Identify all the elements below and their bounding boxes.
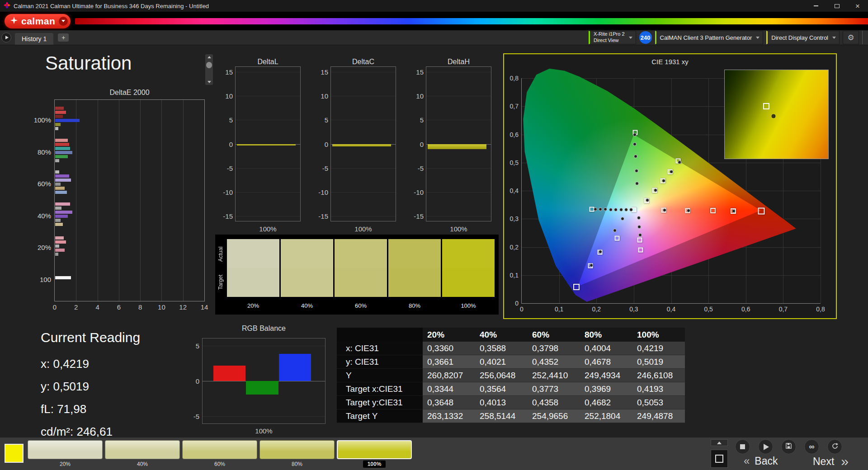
mini-gridline xyxy=(331,120,396,120)
cie-xtick: 0 xyxy=(520,306,524,313)
cie-measured-marker xyxy=(619,208,623,212)
pattern-swatch-100%[interactable]: 100% xyxy=(337,440,412,468)
mini-gridline xyxy=(236,120,300,120)
cie-ytick: 0,4 xyxy=(510,187,519,194)
table-cell: 252,4410 xyxy=(528,369,580,382)
swatch-label: 20% xyxy=(227,302,279,309)
minimize-button[interactable] xyxy=(806,0,826,12)
table-cell: 0,3564 xyxy=(475,382,528,396)
deltae-bar xyxy=(55,187,65,190)
deltae-group-label: 80% xyxy=(38,148,51,156)
cie-measured-marker xyxy=(629,208,633,212)
continuous-button[interactable] xyxy=(804,439,819,454)
swatch-color xyxy=(337,440,412,459)
scroll-down-button[interactable] xyxy=(205,79,213,85)
swatch-color xyxy=(182,440,257,459)
swatch-columns: 20%40%60%80%100% xyxy=(227,239,495,297)
next-label: Next xyxy=(813,456,834,468)
scroll-track[interactable] xyxy=(205,60,213,79)
measurement-table: 20%40%60%80%100%x: CIE310,33600,35880,37… xyxy=(337,328,685,423)
stop-button[interactable] xyxy=(735,439,750,454)
pattern-swatch-60%[interactable]: 60% xyxy=(182,440,257,468)
cie-measured-marker xyxy=(646,198,649,202)
back-label: Back xyxy=(755,455,778,467)
table-cell: 0,4219 xyxy=(632,342,685,355)
calman-logo-text: calman xyxy=(21,16,55,27)
swatch-color xyxy=(259,440,335,459)
history-nav-button[interactable] xyxy=(1,33,11,42)
reading-x: x: 0,4219 xyxy=(41,352,140,375)
cie-measured-marker xyxy=(662,179,665,183)
table-cell: 258,5144 xyxy=(475,409,528,423)
cie-measured-marker xyxy=(633,133,637,136)
cie-measured-marker xyxy=(654,188,657,192)
deltac-plot: 151050-5-10-15 xyxy=(330,66,396,221)
table-row-label: Target Y xyxy=(337,409,423,423)
tab-history-1[interactable]: History 1 xyxy=(15,33,53,45)
table-cell: 254,9656 xyxy=(528,409,580,423)
cie-measured-marker xyxy=(732,209,736,213)
calman-menu-button[interactable]: calman xyxy=(5,14,71,28)
cie-measured-marker xyxy=(614,208,618,212)
table-cell: 0,4004 xyxy=(580,342,632,355)
cie-inset-zoom xyxy=(724,70,829,159)
swatch-label: 40% xyxy=(281,302,333,309)
scroll-thumb[interactable] xyxy=(206,62,212,68)
rainbow-strip xyxy=(75,18,868,24)
maximize-icon xyxy=(835,4,840,8)
mini-gridline xyxy=(331,168,396,169)
play-icon xyxy=(5,36,9,39)
loop-button[interactable] xyxy=(827,439,842,454)
table-header-cell: 40% xyxy=(475,328,528,342)
table-cell: 0,4013 xyxy=(475,396,528,409)
deltae-bar xyxy=(55,107,64,110)
close-button[interactable] xyxy=(847,0,868,12)
cie-measured-marker xyxy=(634,155,637,158)
arrow-up-icon xyxy=(717,442,722,444)
play-button[interactable] xyxy=(758,439,773,454)
add-tab-button[interactable]: + xyxy=(58,33,69,42)
deltae-xtick: 10 xyxy=(158,303,165,311)
next-button[interactable]: Next xyxy=(813,455,849,469)
mini-gridline xyxy=(236,96,300,96)
swatch-target xyxy=(335,268,387,297)
cie-measured-marker xyxy=(621,217,624,221)
deltae-bar xyxy=(55,202,70,206)
cie-measured-marker xyxy=(635,169,638,173)
display-control-dropdown[interactable]: Direct Display Control xyxy=(766,31,840,44)
cie-title: CIE 1931 xy xyxy=(504,58,836,66)
source-dropdown[interactable]: CalMAN Client 3 Pattern Generator xyxy=(655,31,764,44)
deltae-bar xyxy=(55,191,67,194)
save-button[interactable] xyxy=(781,439,796,454)
back-button[interactable]: Back xyxy=(744,455,778,467)
scrollbar[interactable] xyxy=(205,54,213,85)
maximize-button[interactable] xyxy=(826,0,847,12)
pattern-swatch-20%[interactable]: 20% xyxy=(28,440,103,468)
deltae-gridline xyxy=(161,100,162,301)
table-row-label: Y xyxy=(337,369,423,382)
mini-ytick: 15 xyxy=(225,68,233,75)
pattern-swatch-80%[interactable]: 80% xyxy=(259,440,335,468)
mini-ytick: 10 xyxy=(416,92,424,99)
meter-dropdown[interactable]: X-Rite i1Pro 2Direct View xyxy=(589,31,636,44)
cie-xtick: 0,1 xyxy=(555,306,563,313)
swatch-label: 100% xyxy=(442,302,495,309)
partial-button[interactable] xyxy=(862,31,868,44)
deltal-plot: 151050-5-10-15 xyxy=(235,66,301,221)
deltae-bar xyxy=(55,240,66,244)
deltae-xtick: 2 xyxy=(74,303,78,311)
collapse-button[interactable] xyxy=(711,439,728,446)
table-header-cell: 60% xyxy=(528,328,580,342)
cie-target-marker xyxy=(573,284,580,290)
brand-bar: calman xyxy=(0,12,868,30)
arrow-up-icon xyxy=(208,56,211,58)
pattern-swatch-40%[interactable]: 40% xyxy=(105,440,180,468)
target-row-label: Target xyxy=(217,269,224,295)
pattern-window-button[interactable] xyxy=(711,450,728,468)
settings-button[interactable] xyxy=(843,31,859,44)
target-level-badge[interactable]: 240 xyxy=(639,31,652,44)
scroll-up-button[interactable] xyxy=(205,54,213,60)
mini-gridline xyxy=(426,168,491,169)
loop-icon xyxy=(831,442,839,451)
chevron-right-icon xyxy=(841,455,849,469)
